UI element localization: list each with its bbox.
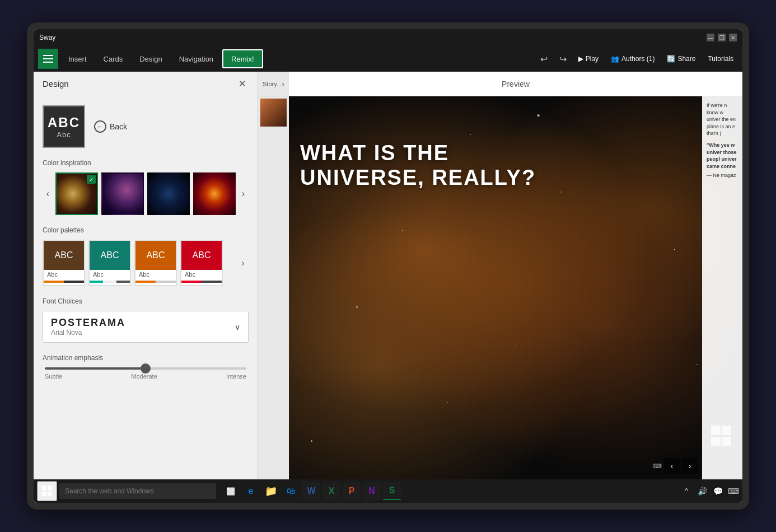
palette-item-1[interactable]: ABC Abc	[43, 240, 85, 286]
play-icon: ▶	[578, 55, 583, 63]
font-choices-label: Font Choices	[43, 297, 249, 305]
hamburger-line-2	[43, 58, 53, 59]
taskbar-show-hidden-icon[interactable]: ^	[681, 486, 692, 497]
taskbar-task-view[interactable]: ⬜	[222, 482, 240, 500]
main-content: Design ✕ ABC Abc ← Back	[34, 72, 742, 479]
taskbar-powerpoint[interactable]: P	[343, 482, 361, 500]
inspiration-image-3[interactable]	[147, 172, 190, 215]
title-bar-left: Sway	[39, 34, 55, 41]
story-thumb-7[interactable]	[260, 280, 287, 308]
inspiration-check-icon: ✓	[87, 175, 96, 184]
slider-fill	[45, 367, 146, 370]
palette-4-header: ABC	[181, 241, 222, 270]
back-button[interactable]: ← Back	[94, 120, 127, 133]
tutorials-button[interactable]: Tutorials	[703, 53, 738, 65]
headline-line-2: UNIVERSE, REALLY?	[300, 166, 536, 190]
close-button[interactable]: ✕	[729, 34, 737, 41]
palette-4-sub: Abc	[181, 270, 222, 279]
preview-title: Preview	[502, 80, 530, 88]
color-palettes-row: ABC Abc ABC Abc	[43, 240, 249, 286]
palette-3-stripe	[135, 281, 176, 283]
title-bar: Sway — ❐ ✕	[34, 29, 742, 46]
win-corner-sq-2	[722, 426, 732, 435]
palette-1-header: ABC	[44, 241, 84, 270]
story-thumb-5[interactable]	[260, 220, 287, 248]
story-thumbnails	[258, 96, 289, 479]
start-button[interactable]	[37, 481, 57, 501]
authors-button[interactable]: 👥 Authors (1)	[606, 53, 659, 65]
screen: Sway — ❐ ✕ Insert Cards	[34, 29, 742, 503]
tab-design[interactable]: Design	[132, 46, 170, 72]
undo-button[interactable]: ↩	[536, 50, 553, 67]
palette-item-3[interactable]: ABC Abc	[134, 240, 177, 286]
tab-cards[interactable]: Cards	[96, 46, 131, 72]
hamburger-button[interactable]	[38, 49, 58, 69]
abc-large-text: ABC	[48, 115, 80, 130]
app-title: Sway	[39, 34, 55, 41]
palette-next-button[interactable]: ›	[237, 258, 249, 268]
taskbar-sway[interactable]: S	[383, 482, 401, 500]
taskbar-onenote[interactable]: N	[363, 482, 381, 500]
taskbar-keyboard-icon[interactable]: ⌨	[728, 486, 739, 497]
inspiration-image-2[interactable]	[101, 172, 144, 215]
taskbar-volume-icon[interactable]: 🔊	[696, 486, 708, 497]
font-dropdown[interactable]: POSTERAMA Arial Nova ∨	[43, 311, 249, 343]
preview-nav-left-button[interactable]: ‹	[664, 458, 680, 474]
palette-item-2[interactable]: ABC Abc	[88, 240, 131, 286]
palette-2-stripe	[90, 281, 130, 283]
taskbar-store[interactable]: 🛍	[282, 482, 300, 500]
taskbar-edge[interactable]: e	[242, 482, 260, 500]
windows-corner-logo	[711, 426, 731, 446]
font-info: POSTERAMA Arial Nova	[51, 317, 125, 337]
inspiration-prev-button[interactable]: ‹	[43, 189, 53, 199]
story-thumb-2[interactable]	[260, 129, 287, 157]
slider-label-intense: Intense	[226, 373, 246, 380]
taskbar-word[interactable]: W	[302, 482, 320, 500]
story-thumb-3[interactable]	[260, 159, 287, 187]
hamburger-line-1	[43, 55, 53, 56]
share-icon: 🔄	[667, 55, 675, 63]
slider-track[interactable]	[45, 367, 246, 370]
taskbar: ⬜ e 📁 🛍 W X P N S ^ 🔊 💬 ⌨	[34, 479, 742, 503]
design-panel-close-button[interactable]: ✕	[235, 77, 249, 91]
slider-thumb[interactable]	[141, 363, 151, 374]
preview-nav-right-button[interactable]: ›	[682, 458, 698, 474]
inspiration-next-button[interactable]: ›	[238, 189, 249, 199]
palette-items: ABC Abc ABC Abc	[43, 240, 235, 286]
taskbar-chat-icon[interactable]: 💬	[712, 486, 723, 497]
minimize-button[interactable]: —	[707, 34, 714, 41]
preview-nav: ⌨ ‹ ›	[653, 458, 698, 474]
inspiration-image-4[interactable]	[193, 172, 236, 215]
taskbar-excel[interactable]: X	[322, 482, 340, 500]
story-thumb-4[interactable]	[260, 189, 287, 217]
story-thumb-8[interactable]	[260, 310, 287, 338]
story-thumb-6[interactable]	[260, 250, 287, 278]
tab-navigation[interactable]: Navigation	[171, 46, 221, 72]
animation-label: Animation emphasis	[43, 354, 249, 362]
palette-3-sub: Abc	[135, 270, 176, 279]
inspiration-image-1[interactable]: ✓	[55, 172, 98, 215]
toolbar-right: ▶ Play 👥 Authors (1) 🔄 Share Tutorials	[574, 53, 738, 65]
palette-3-abc: ABC	[135, 241, 176, 270]
taskbar-search-input[interactable]	[59, 483, 216, 499]
story-chevron-icon[interactable]: ›	[282, 80, 284, 88]
taskbar-explorer[interactable]: 📁	[262, 482, 280, 500]
story-thumb-1[interactable]	[260, 99, 287, 127]
story-panel: Story... ›	[258, 72, 289, 479]
hamburger-line-3	[43, 62, 53, 63]
tab-insert[interactable]: Insert	[60, 46, 95, 72]
play-button[interactable]: ▶ Play	[574, 53, 603, 65]
win-logo-sq-4	[48, 492, 52, 496]
win-logo-sq-2	[48, 486, 52, 491]
palette-4-abc: ABC	[181, 241, 222, 270]
palette-item-4[interactable]: ABC Abc	[180, 240, 223, 286]
design-panel-header: Design ✕	[34, 72, 258, 96]
share-button[interactable]: 🔄 Share	[662, 53, 700, 65]
redo-button[interactable]: ↪	[555, 50, 572, 67]
tab-remix[interactable]: Remix!	[222, 49, 263, 68]
color-inspiration-label: Color inspiration	[43, 159, 249, 167]
maximize-button[interactable]: ❐	[718, 34, 726, 41]
slider-label-moderate: Moderate	[131, 373, 157, 380]
palette-2-abc: ABC	[90, 241, 130, 270]
inspiration-images: ✓	[55, 172, 236, 215]
